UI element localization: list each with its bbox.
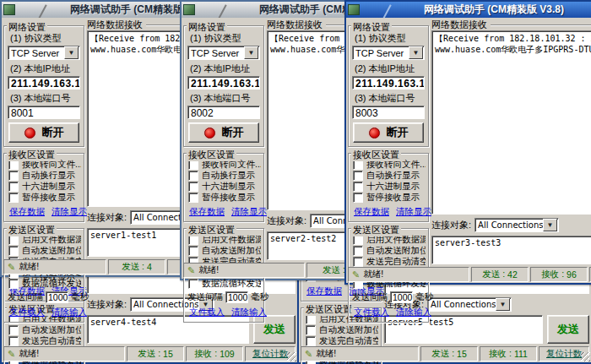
receive-links-row: 保存数据 清除显示: [7, 204, 81, 219]
clear-input-link[interactable]: 清除输入: [396, 307, 431, 318]
file-load-link[interactable]: 文件载入: [354, 307, 389, 318]
send-button[interactable]: 发送: [547, 315, 589, 344]
checkbox-icon: [8, 325, 19, 335]
checkbox-auto-linewrap[interactable]: 自动换行显示: [187, 171, 261, 181]
disconnect-status-icon: [204, 128, 215, 139]
receive-data-box[interactable]: 【Receive from 182.18.101.32 : 28613】: ww…: [431, 30, 591, 215]
local-port-field[interactable]: 8001: [8, 106, 80, 119]
group-receive-settings-label: 接收区设置: [187, 149, 236, 161]
checkbox-auto-linewrap[interactable]: 自动换行显示: [351, 171, 426, 181]
file-load-link[interactable]: 文件载入: [189, 307, 225, 318]
checkbox-loop-send[interactable]: 数据流循环发送: [187, 279, 261, 289]
protocol-select[interactable]: TCP Server ▼: [187, 46, 260, 60]
checkbox-auto-send-append[interactable]: 自动发送附加位: [304, 325, 378, 335]
group-send-settings-label: 发送区设置: [7, 224, 57, 236]
window-titlebar[interactable]: 网络调试助手 (CM精装版 V3.8): [346, 2, 591, 18]
local-ip-field[interactable]: 211.149.163.11: [352, 76, 425, 90]
status-ready-segment: ✎ 就绪!: [301, 346, 419, 361]
network-data-receive-label: 网络数据接收: [267, 19, 323, 31]
checkbox-auto-send-append[interactable]: 自动发送附加位: [351, 246, 426, 256]
status-ready-segment: ✎ 就绪!: [183, 263, 305, 278]
clear-display-link[interactable]: 清除显示: [231, 206, 267, 218]
checkbox-auto-send-append[interactable]: 自动发送附加位: [7, 325, 81, 335]
connection-target-select[interactable]: All Connections ▼: [474, 218, 559, 232]
sent-count-label: 发送 :: [138, 348, 160, 360]
local-ip-field[interactable]: 211.149.163.11: [8, 76, 80, 90]
chevron-down-icon[interactable]: ▼: [496, 298, 510, 311]
receive-links-row: 保存数据 清除显示: [187, 204, 261, 219]
send-interval-unit: 毫秒: [251, 291, 268, 303]
send-interval-field[interactable]: 1000: [225, 291, 248, 303]
connection-target-select[interactable]: All Connections ▼: [427, 297, 512, 312]
receive-line: 【Receive from 182.18.101.32 : 28613】:: [435, 33, 591, 44]
disconnect-button[interactable]: 断开: [188, 122, 259, 143]
resize-grip[interactable]: [581, 352, 590, 361]
receive-links-row: 保存数据 清除显示: [351, 204, 426, 219]
window-content: 网络设置 (1) 协议类型 TCP Server ▼ (2) 本地IP地址 21…: [346, 18, 591, 266]
send-row: server3-test3 发送: [431, 236, 591, 264]
checkbox-icon: [8, 279, 19, 289]
checkbox-auto-send-append[interactable]: 自动发送附加位: [7, 246, 81, 256]
send-interval-field[interactable]: 1000: [390, 291, 413, 303]
reset-count-link[interactable]: 复位计数: [546, 348, 582, 360]
save-data-link[interactable]: 保存数据: [306, 285, 342, 297]
status-ready-segment: ✎ 就绪!: [3, 259, 106, 274]
checkbox-hex-display[interactable]: 十六进制显示: [187, 182, 261, 192]
protocol-select-value: TCP Server: [188, 48, 244, 58]
network-data-receive-label: 网络数据接收: [431, 19, 487, 31]
group-receive-settings-label: 接收区设置: [351, 149, 401, 161]
chevron-down-icon[interactable]: ▼: [409, 46, 423, 59]
checkbox-hex-display[interactable]: 十六进制显示: [351, 182, 426, 192]
clear-display-link[interactable]: 清除显示: [52, 206, 87, 218]
window-server3[interactable]: 网络调试助手 (CM精装版 V3.8) 网络设置 (1) 协议类型 TCP Se…: [344, 0, 591, 285]
group-send-settings: 发送区设置 启用文件数据源... 自动发送附加位 发送完自动清空 按十六进制发送: [3, 228, 84, 323]
checkbox-pause-receive[interactable]: 暂停接收显示: [7, 193, 81, 203]
checkbox-loop-send[interactable]: 数据流循环发送: [7, 279, 81, 289]
data-column: 网络数据接收 【Receive from 182.18.101.32 : 286…: [431, 19, 591, 266]
save-data-link[interactable]: 保存数据: [189, 206, 225, 218]
status-received-segment: 接收 : 111: [480, 346, 537, 361]
checkbox-auto-linewrap[interactable]: 自动换行显示: [7, 171, 81, 181]
save-data-link[interactable]: 保存数据: [9, 206, 45, 218]
checkbox-icon: [188, 182, 198, 192]
clear-display-link[interactable]: 清除显示: [396, 206, 431, 218]
checkbox-icon: [353, 171, 363, 181]
group-network-settings-label: 网络设置: [7, 21, 47, 34]
clear-input-link[interactable]: 清除输入: [52, 307, 87, 318]
chevron-down-icon[interactable]: ▼: [64, 46, 79, 59]
status-sent-segment: 发送 : 15: [420, 346, 478, 361]
send-interval-field[interactable]: 1000: [46, 291, 68, 303]
local-port-field[interactable]: 8002: [187, 106, 260, 119]
send-input-box[interactable]: server3-test3: [431, 236, 591, 264]
protocol-select[interactable]: TCP Server ▼: [8, 46, 80, 60]
reset-count-link[interactable]: 复位计数: [252, 348, 288, 360]
checkbox-hex-display[interactable]: 十六进制显示: [7, 182, 81, 192]
checkbox-auto-send-append[interactable]: 自动发送附加位: [187, 246, 261, 256]
send-interval-row: 发送间隔 1000 毫秒: [352, 291, 426, 303]
checkbox-pause-receive[interactable]: 暂停接收显示: [187, 193, 261, 203]
save-data-link[interactable]: 保存数据: [354, 206, 389, 218]
sent-count-label: 发送 :: [482, 269, 505, 280]
checkbox-icon: [188, 171, 198, 181]
chevron-down-icon[interactable]: ▼: [244, 46, 258, 59]
group-send-settings-label: 发送区设置: [304, 303, 354, 316]
status-ready-segment: ✎ 就绪!: [348, 267, 469, 282]
file-load-link[interactable]: 文件载入: [9, 307, 45, 318]
local-ip-label: (2) 本地IP地址: [187, 62, 261, 76]
settings-column: 网络设置 (1) 协议类型 TCP Server ▼ (2) 本地IP地址 21…: [348, 19, 429, 266]
protocol-select[interactable]: TCP Server ▼: [352, 46, 425, 60]
connection-target-label: 连接对象:: [267, 215, 306, 227]
sent-count-label: 发送 :: [431, 348, 454, 360]
local-port-field[interactable]: 8003: [352, 106, 425, 119]
chevron-down-icon[interactable]: ▼: [543, 219, 557, 231]
checkbox-icon: [188, 279, 198, 289]
status-pencil-icon: ✎: [8, 349, 15, 360]
disconnect-button[interactable]: 断开: [8, 122, 79, 143]
checkbox-pause-receive[interactable]: 暂停接收显示: [351, 193, 426, 203]
local-ip-field[interactable]: 211.149.163.11: [187, 76, 260, 90]
disconnect-button[interactable]: 断开: [353, 122, 424, 143]
connection-target-value: All Connections: [475, 220, 543, 230]
clear-input-link[interactable]: 清除输入: [231, 307, 267, 318]
disconnect-button-label: 断开: [222, 125, 244, 140]
resize-grip[interactable]: [287, 352, 296, 361]
